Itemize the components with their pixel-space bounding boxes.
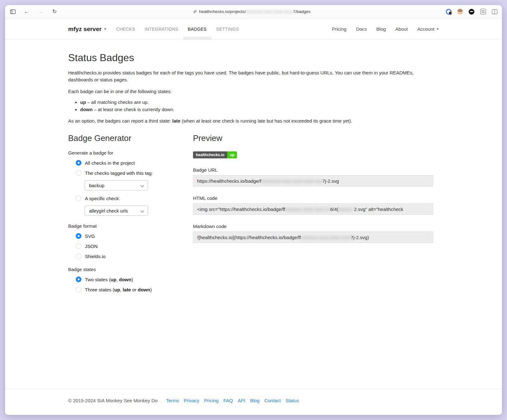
tab-integrations[interactable]: INTEGRATIONS bbox=[140, 18, 183, 40]
nav-link-docs[interactable]: Docs bbox=[356, 26, 367, 32]
preview-title: Preview bbox=[193, 133, 433, 143]
list-item: up– all matching checks are up. bbox=[80, 99, 439, 105]
tag-select[interactable]: backup bbox=[85, 180, 148, 190]
profile-avatar-icon[interactable] bbox=[457, 9, 463, 15]
badge-format-label: Badge format bbox=[68, 223, 193, 229]
split-view-icon[interactable] bbox=[492, 9, 497, 14]
forward-button[interactable]: → bbox=[37, 9, 44, 15]
password-manager-extension-icon[interactable] bbox=[446, 9, 452, 15]
radio-all-checks[interactable] bbox=[76, 160, 81, 166]
badge-url-label: Badge URL bbox=[193, 167, 433, 173]
footer-link-api[interactable]: API bbox=[238, 398, 245, 403]
generator-title: Badge Generator bbox=[68, 133, 193, 143]
radio-two-states[interactable] bbox=[76, 277, 81, 282]
footer-link-pricing[interactable]: Pricing bbox=[204, 398, 219, 403]
radio-specific-check[interactable] bbox=[76, 195, 81, 201]
browser-toolbar: ← → ↻ healthchecks.io/projects/xxxxxxxx-… bbox=[5, 5, 502, 18]
nav-tabs: CHECKS INTEGRATIONS BADGES SETTINGS bbox=[112, 18, 244, 40]
account-menu[interactable]: Account bbox=[417, 26, 439, 32]
footer-link-privacy[interactable]: Privacy bbox=[184, 398, 199, 403]
back-button[interactable]: ← bbox=[23, 9, 30, 15]
states-intro-text: Each badge can be in one of the followin… bbox=[68, 88, 439, 95]
page-settings-icon[interactable] bbox=[480, 9, 486, 15]
markdown-code-label: Markdown code bbox=[193, 224, 433, 229]
nav-link-blog[interactable]: Blog bbox=[376, 26, 386, 32]
radio-format-json[interactable] bbox=[76, 243, 81, 249]
footer-link-contact[interactable]: Contact bbox=[264, 398, 281, 403]
radio-row-shieldsio: Shields.io bbox=[76, 253, 193, 259]
footer-link-terms[interactable]: Terms bbox=[166, 398, 179, 403]
badge-status: up bbox=[227, 151, 237, 158]
radio-row-all-checks: All checks in the project bbox=[76, 160, 193, 166]
browser-window: ← → ↻ healthchecks.io/projects/xxxxxxxx-… bbox=[5, 5, 502, 415]
chevron-down-icon bbox=[104, 29, 106, 30]
preview-section: Preview healthchecks.io up Badge URL htt… bbox=[193, 133, 433, 297]
radio-three-states-label[interactable]: Three states (up, late or down) bbox=[85, 287, 152, 292]
html-code-input[interactable]: <img src="https://healthchecks.io/badge/… bbox=[193, 203, 433, 215]
site-footer: © 2015-2024 SIA Monkey See Monkey Do Ter… bbox=[5, 389, 502, 415]
sidebar-toggle-icon[interactable] bbox=[10, 9, 16, 15]
badge-label: healthchecks.io bbox=[193, 151, 227, 158]
tab-badges[interactable]: BADGES bbox=[183, 18, 212, 40]
radio-row-tag: The checks tagged with this tag: bbox=[76, 170, 193, 176]
nav-link-about[interactable]: About bbox=[395, 26, 408, 32]
radio-specific-check-label[interactable]: A specific check: bbox=[85, 196, 120, 201]
radio-row-json: JSON bbox=[76, 243, 193, 249]
radio-format-json-label[interactable]: JSON bbox=[85, 244, 98, 249]
radio-row-specific-check: A specific check: bbox=[76, 195, 193, 201]
badge-generator-section: Badge Generator Generate a badge for All… bbox=[68, 133, 193, 297]
generator-target-label: Generate a badge for bbox=[68, 150, 193, 156]
markdown-code-input[interactable]: ![healthchecks.io](https://healthchecks.… bbox=[193, 232, 433, 243]
chevron-down-icon bbox=[436, 29, 439, 30]
address-bar[interactable]: healthchecks.io/projects/xxxxxxxx-xxxx-x… bbox=[58, 9, 446, 14]
radio-format-shieldsio-label[interactable]: Shields.io bbox=[85, 254, 106, 259]
nav-link-pricing[interactable]: Pricing bbox=[332, 26, 347, 32]
copyright-text: © 2015-2024 SIA Monkey See Monkey Do bbox=[68, 398, 157, 403]
reload-button[interactable]: ↻ bbox=[51, 9, 58, 15]
radio-tagged-checks[interactable] bbox=[76, 170, 81, 176]
radio-format-svg[interactable] bbox=[76, 233, 81, 239]
dark-mode-extension-icon[interactable] bbox=[469, 9, 474, 15]
toolbar-left-group: ← → ↻ bbox=[10, 9, 58, 15]
late-note-text: As an option, the badges can report a th… bbox=[68, 118, 439, 124]
list-item: down– at least one check is currently do… bbox=[80, 107, 439, 112]
url-text: healthchecks.io/projects/xxxxxxxx-xxxx-x… bbox=[199, 9, 311, 14]
page-title: Status Badges bbox=[68, 52, 439, 64]
site-nav: mfyz server CHECKS INTEGRATIONS BADGES S… bbox=[5, 18, 502, 40]
radio-all-checks-label[interactable]: All checks in the project bbox=[85, 160, 135, 166]
check-select[interactable]: alleygirl check urls bbox=[85, 206, 148, 216]
badge-states-label: Badge states bbox=[68, 267, 193, 272]
footer-link-blog[interactable]: Blog bbox=[250, 398, 260, 403]
radio-two-states-label[interactable]: Two states (up, down) bbox=[85, 277, 133, 282]
footer-link-faq[interactable]: FAQ bbox=[223, 398, 233, 403]
tab-checks[interactable]: CHECKS bbox=[112, 18, 140, 40]
states-list: up– all matching checks are up. down– at… bbox=[68, 99, 439, 112]
html-code-label: HTML code bbox=[193, 195, 433, 201]
intro-text: Healthchecks.io provides status badges f… bbox=[68, 69, 439, 83]
link-icon bbox=[193, 10, 197, 14]
footer-links: Terms Privacy Pricing FAQ API Blog Conta… bbox=[166, 398, 299, 403]
nav-links: Pricing Docs Blog About Account bbox=[332, 26, 439, 32]
badge-url-input[interactable]: https://healthchecks.io/badge/fxxxxxxxx-… bbox=[193, 175, 433, 187]
radio-row-three-states: Three states (up, late or down) bbox=[76, 287, 193, 292]
radio-row-two-states: Two states (up, down) bbox=[76, 277, 193, 282]
toolbar-right-group bbox=[446, 9, 497, 15]
radio-format-shieldsio[interactable] bbox=[76, 253, 81, 259]
status-badge: healthchecks.io up bbox=[193, 151, 237, 158]
footer-link-status[interactable]: Status bbox=[286, 398, 299, 403]
radio-row-svg: SVG bbox=[76, 233, 193, 239]
radio-three-states[interactable] bbox=[76, 287, 81, 292]
tab-settings[interactable]: SETTINGS bbox=[211, 18, 244, 40]
project-switcher[interactable]: mfyz server bbox=[68, 26, 106, 33]
radio-format-svg-label[interactable]: SVG bbox=[85, 233, 95, 239]
radio-tagged-checks-label[interactable]: The checks tagged with this tag: bbox=[85, 170, 153, 176]
